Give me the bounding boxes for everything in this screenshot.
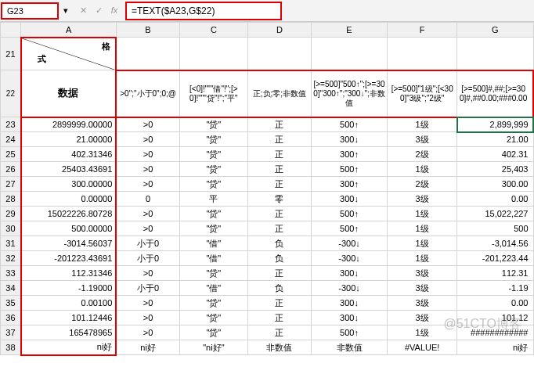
cell-D31[interactable]: 负 xyxy=(247,236,311,251)
row-header[interactable]: 27 xyxy=(1,177,21,192)
cell-D21[interactable] xyxy=(247,38,311,70)
cell-F30[interactable]: 1级 xyxy=(388,221,457,236)
cell-D35[interactable]: 正 xyxy=(247,296,311,311)
cell-A30[interactable]: 500.00000 xyxy=(21,221,117,236)
cell-G38[interactable]: ni好 xyxy=(457,340,533,355)
cell-F36[interactable]: 3级 xyxy=(388,311,457,325)
cell-A37[interactable]: 165478965 xyxy=(21,325,117,340)
name-box[interactable]: G23 xyxy=(2,3,58,19)
cell-F26[interactable]: 1级 xyxy=(388,162,457,177)
cell-C30[interactable]: "贷" xyxy=(179,221,247,236)
cell-C23[interactable]: "贷" xyxy=(179,117,247,132)
select-all-corner[interactable] xyxy=(1,23,21,38)
cell-F32[interactable]: 1级 xyxy=(388,251,457,266)
cell-B21[interactable] xyxy=(116,38,179,70)
cell-D32[interactable]: 负 xyxy=(247,251,311,266)
cell-D26[interactable]: 正 xyxy=(247,162,311,177)
cell-C31[interactable]: "借" xyxy=(179,236,247,251)
cell-E35[interactable]: 300↓ xyxy=(311,296,387,311)
cell-E22[interactable]: [>=500]"500↑";[>=300]"300↑";"300↓";非数值 xyxy=(311,70,387,117)
cell-B26[interactable]: >0 xyxy=(116,162,179,177)
cell-B24[interactable]: >0 xyxy=(116,132,179,147)
row-header[interactable]: 31 xyxy=(1,236,21,251)
cell-E30[interactable]: 500↑ xyxy=(311,221,387,236)
confirm-icon[interactable]: ✓ xyxy=(92,5,105,16)
cell-E27[interactable]: 300↑ xyxy=(311,177,387,192)
cell-D37[interactable]: 正 xyxy=(247,325,311,340)
col-header-D[interactable]: D xyxy=(247,23,311,38)
cell-F27[interactable]: 2级 xyxy=(388,177,457,192)
row-header[interactable]: 26 xyxy=(1,162,21,177)
cell-B32[interactable]: 小于0 xyxy=(116,251,179,266)
formula-input[interactable]: =TEXT($A23,G$22) xyxy=(125,2,282,20)
cell-F23[interactable]: 1级 xyxy=(388,117,457,132)
cell-F37[interactable]: 1级 xyxy=(388,325,457,340)
cell-F22[interactable]: [>=500]"1级";[<300]"3级";"2级" xyxy=(388,70,457,117)
cell-E36[interactable]: 300↓ xyxy=(311,311,387,325)
cell-A28[interactable]: 0.00000 xyxy=(21,192,117,207)
cell-A22[interactable]: 数据 xyxy=(21,70,117,117)
cell-B34[interactable]: 小于0 xyxy=(116,281,179,296)
cell-C27[interactable]: "贷" xyxy=(179,177,247,192)
cell-G23[interactable]: 2,899,999 xyxy=(457,117,533,132)
cell-G21[interactable] xyxy=(457,38,533,70)
cell-F28[interactable]: 3级 xyxy=(388,192,457,207)
cell-E26[interactable]: 500↑ xyxy=(311,162,387,177)
cell-D22[interactable]: 正;负;零;非数值 xyxy=(247,70,311,117)
cell-F24[interactable]: 3级 xyxy=(388,132,457,147)
cell-G36[interactable]: 101.12 xyxy=(457,311,533,325)
cell-A35[interactable]: 0.00100 xyxy=(21,296,117,311)
col-header-G[interactable]: G xyxy=(457,23,533,38)
row-header[interactable]: 32 xyxy=(1,251,21,266)
cell-G24[interactable]: 21.00 xyxy=(457,132,533,147)
cell-E38[interactable]: 非数值 xyxy=(311,340,387,355)
cell-E31[interactable]: -300↓ xyxy=(311,236,387,251)
cell-B28[interactable]: 0 xyxy=(116,192,179,207)
cell-D30[interactable]: 正 xyxy=(247,221,311,236)
cell-F21[interactable] xyxy=(388,38,457,70)
row-header[interactable]: 34 xyxy=(1,281,21,296)
row-header[interactable]: 28 xyxy=(1,192,21,207)
cell-G22[interactable]: [>=500]#,##;[>=300]#,##0.00;###0.00 xyxy=(457,70,533,117)
cell-E24[interactable]: 300↓ xyxy=(311,132,387,147)
cell-A25[interactable]: 402.31346 xyxy=(21,147,117,162)
cell-A21[interactable]: 格 式 xyxy=(21,38,117,70)
cell-C37[interactable]: "贷" xyxy=(179,325,247,340)
cell-E32[interactable]: -300↓ xyxy=(311,251,387,266)
cell-B23[interactable]: >0 xyxy=(116,117,179,132)
cell-D25[interactable]: 正 xyxy=(247,147,311,162)
row-header[interactable]: 23 xyxy=(1,117,21,132)
cell-B38[interactable]: ni好 xyxy=(116,340,179,355)
cell-A32[interactable]: -201223.43691 xyxy=(21,251,117,266)
row-header[interactable]: 29 xyxy=(1,207,21,221)
col-header-B[interactable]: B xyxy=(116,23,179,38)
cell-A31[interactable]: -3014.56037 xyxy=(21,236,117,251)
col-header-E[interactable]: E xyxy=(311,23,387,38)
cell-A36[interactable]: 101.12446 xyxy=(21,311,117,325)
cell-A33[interactable]: 112.31346 xyxy=(21,266,117,281)
cell-B30[interactable]: >0 xyxy=(116,221,179,236)
cell-A23[interactable]: 2899999.00000 xyxy=(21,117,117,132)
cell-E34[interactable]: -300↓ xyxy=(311,281,387,296)
cell-D24[interactable]: 正 xyxy=(247,132,311,147)
cell-F25[interactable]: 2级 xyxy=(388,147,457,162)
cancel-icon[interactable]: ✕ xyxy=(77,5,89,16)
cell-C32[interactable]: "借" xyxy=(179,251,247,266)
cell-E21[interactable] xyxy=(311,38,387,70)
cell-G34[interactable]: -1.19 xyxy=(457,281,533,296)
cell-B33[interactable]: >0 xyxy=(116,266,179,281)
cell-C33[interactable]: "贷" xyxy=(179,266,247,281)
cell-G28[interactable]: 0.00 xyxy=(457,192,533,207)
row-header[interactable]: 37 xyxy=(1,325,21,340)
cell-C25[interactable]: "贷" xyxy=(179,147,247,162)
col-header-A[interactable]: A xyxy=(21,23,117,38)
cell-C21[interactable] xyxy=(179,38,247,70)
cell-G37[interactable]: ############ xyxy=(457,325,533,340)
row-header[interactable]: 38 xyxy=(1,340,21,355)
cell-F31[interactable]: 1级 xyxy=(388,236,457,251)
cell-B35[interactable]: >0 xyxy=(116,296,179,311)
cell-E25[interactable]: 300↑ xyxy=(311,147,387,162)
cell-G30[interactable]: 500 xyxy=(457,221,533,236)
name-box-dropdown-icon[interactable]: ▾ xyxy=(60,5,72,16)
cell-A24[interactable]: 21.00000 xyxy=(21,132,117,147)
